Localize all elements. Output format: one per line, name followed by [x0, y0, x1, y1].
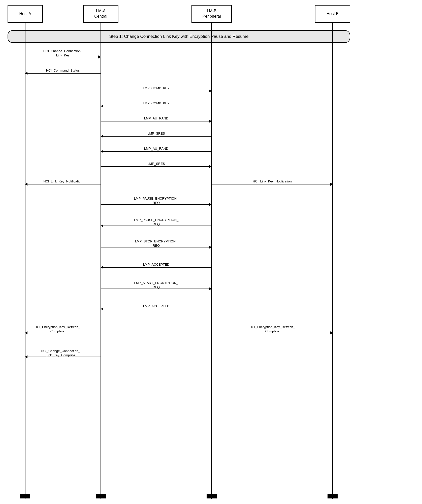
label-msg16a: HCI_Encryption_Key_Refresh_Complete	[14, 325, 101, 334]
label-msg9a: HCI_Link_Key_Notification	[25, 179, 101, 183]
lifeline-lm-b	[211, 23, 212, 499]
arrow-msg9b	[212, 184, 333, 184]
label-msg12: LMP_STOP_ENCRYPTION_REQ	[101, 239, 211, 248]
sequence-diagram: Host A LM-A Central LM-B Peripheral Host…	[0, 0, 422, 504]
arrow-msg4	[101, 106, 211, 106]
footer-lm-a	[96, 494, 106, 498]
arrow-msg3	[101, 91, 211, 91]
footer-lm-b	[207, 494, 217, 498]
label-msg5: LMP_AU_RAND	[101, 116, 211, 120]
label-msg8: LMP_SRES	[101, 162, 211, 166]
footer-host-b	[328, 494, 338, 498]
label-msg3: LMP_COMB_KEY	[101, 86, 211, 90]
label-msg10: LMP_PAUSE_ENCRYPTION_REQ	[101, 197, 211, 205]
arrow-msg15	[101, 309, 211, 309]
label-msg6: LMP_SRES	[101, 132, 211, 135]
label-msg16b: HCI_Encryption_Key_Refresh_Complete	[212, 325, 333, 334]
arrow-msg7	[101, 151, 211, 152]
label-msg9b: HCI_Link_Key_Notification	[212, 179, 333, 183]
step-banner: Step 1: Change Connection Link Key with …	[8, 30, 350, 43]
lifeline-lm-a	[101, 23, 101, 499]
label-msg15: LMP_ACCEPTED	[101, 304, 211, 308]
actor-host-b: Host B	[315, 5, 350, 23]
label-msg14: LMP_START_ENCRYPTION_REQ	[101, 281, 211, 290]
arrow-msg13	[101, 267, 211, 268]
lifeline-host-b	[332, 23, 333, 499]
arrow-msg5	[101, 121, 211, 121]
label-msg4: LMP_COMB_KEY	[101, 101, 211, 105]
label-msg11: LMP_PAUSE_ENCRYPTION_REQ	[101, 218, 211, 227]
label-msg1: HCI_Change_Connection_Link_Key	[25, 49, 101, 58]
arrow-msg9a	[25, 184, 101, 184]
arrow-msg6	[101, 136, 211, 137]
lifeline-host-a	[25, 23, 25, 499]
actor-lm-b: LM-B Peripheral	[191, 5, 232, 23]
arrow-msg8	[101, 166, 211, 167]
actor-host-a: Host A	[8, 5, 43, 23]
label-msg7: LMP_AU_RAND	[101, 147, 211, 150]
actor-lm-a: LM-A Central	[83, 5, 118, 23]
label-msg2: HCI_Command_Status	[25, 69, 101, 72]
arrow-msg2	[25, 73, 101, 74]
label-msg17: HCI_Change_Connection_Link_Key_Complete	[20, 349, 101, 358]
label-msg13: LMP_ACCEPTED	[101, 263, 211, 266]
footer-host-a	[20, 494, 30, 498]
